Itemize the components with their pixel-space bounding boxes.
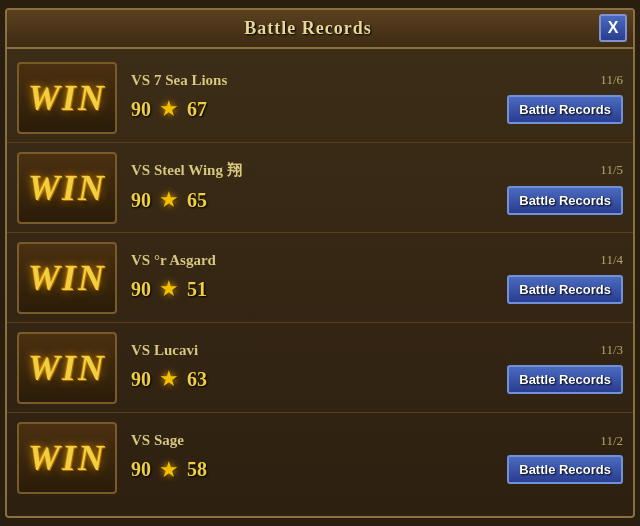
win-badge: WIN <box>17 422 117 494</box>
score-my: 90 <box>131 189 151 212</box>
score-opp: 58 <box>187 458 207 481</box>
modal-header: Battle Records X <box>7 10 633 49</box>
opponent-name: VS 7 Sea Lions <box>131 72 227 89</box>
score-area: 90 ★ 51 <box>131 276 207 302</box>
record-top: VS 7 Sea Lions 11/6 <box>131 72 623 89</box>
record-row: WIN VS Lucavi 11/3 90 ★ 63 Battle Record… <box>7 323 633 413</box>
opponent-name: VS Steel Wing 翔 <box>131 161 242 180</box>
record-info: VS Sage 11/2 90 ★ 58 Battle Records <box>131 432 623 484</box>
star-icon: ★ <box>159 96 179 122</box>
score-my: 90 <box>131 98 151 121</box>
win-text: WIN <box>28 437 106 479</box>
score-opp: 51 <box>187 278 207 301</box>
record-bottom: 90 ★ 67 Battle Records <box>131 95 623 124</box>
record-top: VS Steel Wing 翔 11/5 <box>131 161 623 180</box>
battle-date: 11/3 <box>600 342 623 358</box>
battle-date: 11/5 <box>600 162 623 178</box>
records-list: WIN VS 7 Sea Lions 11/6 90 ★ 67 Battle R… <box>7 49 633 516</box>
battle-date: 11/6 <box>600 72 623 88</box>
opponent-name: VS °r Asgard <box>131 252 216 269</box>
score-my: 90 <box>131 458 151 481</box>
score-opp: 67 <box>187 98 207 121</box>
win-text: WIN <box>28 167 106 209</box>
record-bottom: 90 ★ 51 Battle Records <box>131 275 623 304</box>
score-opp: 63 <box>187 368 207 391</box>
record-bottom: 90 ★ 58 Battle Records <box>131 455 623 484</box>
score-area: 90 ★ 58 <box>131 457 207 483</box>
battle-records-button[interactable]: Battle Records <box>507 95 623 124</box>
win-badge: WIN <box>17 152 117 224</box>
score-my: 90 <box>131 368 151 391</box>
record-row: WIN VS Steel Wing 翔 11/5 90 ★ 65 Battle … <box>7 143 633 233</box>
opponent-name: VS Lucavi <box>131 342 198 359</box>
star-icon: ★ <box>159 187 179 213</box>
battle-date: 11/4 <box>600 252 623 268</box>
battle-records-modal: Battle Records X WIN VS 7 Sea Lions 11/6… <box>5 8 635 518</box>
record-row: WIN VS Sage 11/2 90 ★ 58 Battle Records <box>7 413 633 503</box>
star-icon: ★ <box>159 366 179 392</box>
close-button[interactable]: X <box>599 14 627 42</box>
win-text: WIN <box>28 347 106 389</box>
record-info: VS Steel Wing 翔 11/5 90 ★ 65 Battle Reco… <box>131 161 623 215</box>
score-opp: 65 <box>187 189 207 212</box>
score-area: 90 ★ 67 <box>131 96 207 122</box>
win-text: WIN <box>28 257 106 299</box>
win-badge: WIN <box>17 242 117 314</box>
win-badge: WIN <box>17 332 117 404</box>
record-info: VS 7 Sea Lions 11/6 90 ★ 67 Battle Recor… <box>131 72 623 124</box>
opponent-name: VS Sage <box>131 432 184 449</box>
score-area: 90 ★ 65 <box>131 187 207 213</box>
record-top: VS Sage 11/2 <box>131 432 623 449</box>
record-row: WIN VS °r Asgard 11/4 90 ★ 51 Battle Rec… <box>7 233 633 323</box>
modal-title: Battle Records <box>244 18 371 39</box>
record-top: VS °r Asgard 11/4 <box>131 252 623 269</box>
star-icon: ★ <box>159 457 179 483</box>
record-row: WIN VS 7 Sea Lions 11/6 90 ★ 67 Battle R… <box>7 53 633 143</box>
star-icon: ★ <box>159 276 179 302</box>
record-info: VS Lucavi 11/3 90 ★ 63 Battle Records <box>131 342 623 394</box>
battle-records-button[interactable]: Battle Records <box>507 275 623 304</box>
score-area: 90 ★ 63 <box>131 366 207 392</box>
battle-records-button[interactable]: Battle Records <box>507 365 623 394</box>
record-bottom: 90 ★ 65 Battle Records <box>131 186 623 215</box>
record-top: VS Lucavi 11/3 <box>131 342 623 359</box>
battle-records-button[interactable]: Battle Records <box>507 455 623 484</box>
battle-records-button[interactable]: Battle Records <box>507 186 623 215</box>
battle-date: 11/2 <box>600 433 623 449</box>
win-text: WIN <box>28 77 106 119</box>
win-badge: WIN <box>17 62 117 134</box>
record-bottom: 90 ★ 63 Battle Records <box>131 365 623 394</box>
score-my: 90 <box>131 278 151 301</box>
record-info: VS °r Asgard 11/4 90 ★ 51 Battle Records <box>131 252 623 304</box>
